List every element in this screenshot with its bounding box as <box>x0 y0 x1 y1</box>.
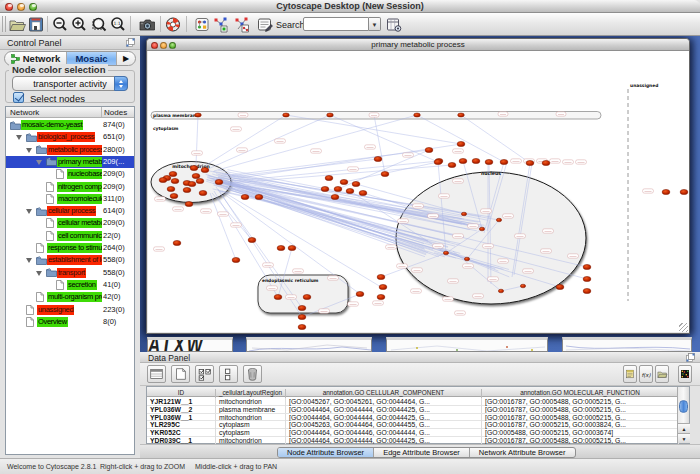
network-node[interactable] <box>188 181 196 186</box>
tree-expander-icon[interactable] <box>26 258 32 263</box>
import-attributes-icon[interactable] <box>655 365 669 383</box>
network-node[interactable] <box>381 171 389 176</box>
network-edge[interactable] <box>203 115 286 167</box>
network-node[interactable] <box>298 314 306 319</box>
table-row[interactable]: YPL036W__1mitochondrion[GO:0044464, GO:0… <box>147 414 677 422</box>
tree-expander-icon[interactable] <box>36 160 42 165</box>
scroll-up-button[interactable]: ▲ <box>678 423 690 433</box>
float-panel-icon[interactable] <box>126 38 135 47</box>
tree-row[interactable]: metabolic process280(0) <box>6 144 134 156</box>
tabs-overflow-button[interactable]: ▶ <box>117 52 135 65</box>
network-node[interactable] <box>457 141 465 146</box>
network-node[interactable] <box>414 113 421 117</box>
new-attribute-icon[interactable] <box>171 365 190 383</box>
network-node[interactable] <box>277 245 285 250</box>
network-node[interactable] <box>173 240 181 245</box>
zoom-in-icon[interactable] <box>70 16 88 33</box>
network-node[interactable] <box>298 324 306 329</box>
toolbar-drag-handle[interactable] <box>2 16 6 32</box>
network-edge[interactable] <box>196 115 198 165</box>
background-window[interactable] <box>386 337 548 352</box>
open-folder-icon[interactable] <box>8 16 26 33</box>
network-node[interactable] <box>479 227 484 231</box>
table-column-header[interactable]: ID <box>147 389 216 398</box>
network-node[interactable] <box>680 189 688 194</box>
network-node[interactable] <box>196 178 204 183</box>
tree-expander-icon[interactable] <box>26 209 32 214</box>
network-node[interactable] <box>374 156 382 161</box>
table-scrollbar[interactable]: ▲ ▼ <box>677 387 689 443</box>
tree-expander-icon[interactable] <box>16 135 22 140</box>
network-node[interactable] <box>472 158 480 163</box>
tree-row[interactable]: primary metabo209(... <box>6 156 134 168</box>
network-node[interactable] <box>169 171 177 176</box>
network-node[interactable] <box>325 175 333 180</box>
network-node[interactable] <box>352 181 360 186</box>
vizmapper-icon[interactable] <box>193 16 211 33</box>
network-node[interactable] <box>542 160 550 165</box>
network-node[interactable] <box>443 251 448 255</box>
tree-row[interactable]: establishment of lo558(0) <box>6 254 134 266</box>
network-node[interactable] <box>448 162 456 167</box>
tree-row[interactable]: nitrogen compo209(0) <box>6 181 134 193</box>
tree-row[interactable]: biological_process651(0) <box>6 131 134 143</box>
network-node[interactable] <box>662 189 670 194</box>
tab-network-attribute-browser[interactable]: Network Attribute Browser <box>470 448 575 457</box>
table-column-header[interactable]: annotation.GO CELLULAR_COMPONENT <box>286 389 482 398</box>
network-node[interactable] <box>461 212 466 216</box>
nucleus-compartment[interactable] <box>396 172 586 304</box>
network-new-icon[interactable] <box>212 16 230 33</box>
table-row[interactable]: YLR295Ccytoplasm[GO:0045263, GO:0044464,… <box>147 421 677 429</box>
network-node[interactable] <box>248 237 256 242</box>
matrix-view-icon[interactable] <box>678 365 692 383</box>
camera-icon[interactable] <box>138 16 156 33</box>
network-edge[interactable] <box>214 115 417 171</box>
annotation-icon[interactable] <box>256 16 274 33</box>
background-window[interactable] <box>246 337 372 352</box>
network-node[interactable] <box>321 186 329 191</box>
network-node[interactable] <box>288 245 296 250</box>
network-edge[interactable] <box>417 115 504 162</box>
network-node[interactable] <box>459 158 467 163</box>
tree-row[interactable]: nucleobase-209(0) <box>6 168 134 180</box>
attribute-select-icon[interactable] <box>147 365 166 383</box>
background-window[interactable] <box>562 337 692 352</box>
network-edge[interactable] <box>213 180 428 252</box>
table-row[interactable]: YPL036W__2plasma membrane[GO:0044464, GO… <box>147 406 677 414</box>
network-node[interactable] <box>498 289 503 293</box>
network-node[interactable] <box>241 194 249 199</box>
float-panel-icon[interactable] <box>686 353 695 362</box>
tree-row[interactable]: cellular process614(0) <box>6 205 134 217</box>
zoom-out-icon[interactable] <box>51 16 69 33</box>
tree-row[interactable]: cell communicat22(0) <box>6 230 134 242</box>
network-node[interactable] <box>485 159 493 164</box>
network-view-icon[interactable] <box>233 16 251 33</box>
network-node[interactable] <box>298 305 306 310</box>
zoom-fit-icon[interactable] <box>90 16 108 33</box>
tree-expander-icon[interactable] <box>26 148 32 153</box>
tree-row[interactable]: macromolecule311(0) <box>6 193 134 205</box>
function-builder-icon[interactable]: f(x) <box>639 365 653 383</box>
select-all-attrs-icon[interactable] <box>195 365 214 383</box>
network-node[interactable] <box>526 160 534 165</box>
lifesaver-icon[interactable] <box>164 16 182 33</box>
table-row[interactable]: YJR121W__1mitochondrion[GO:0045267, GO:0… <box>147 398 677 406</box>
scrollbar-thumb[interactable] <box>679 400 688 413</box>
table-column-header[interactable]: _cellularLayoutRegion <box>216 389 286 398</box>
table-column-header[interactable]: annotation.GO MOLECULAR_FUNCTION <box>482 389 679 398</box>
tab-edge-attribute-browser[interactable]: Edge Attribute Browser <box>374 448 470 457</box>
network-tree-header[interactable]: Network Nodes <box>6 107 134 118</box>
network-node[interactable] <box>520 284 525 288</box>
tree-row[interactable]: response to stimul264(0) <box>6 242 134 254</box>
save-icon[interactable] <box>27 16 45 33</box>
network-node[interactable] <box>192 173 200 178</box>
network-node[interactable] <box>334 186 342 191</box>
network-node[interactable] <box>215 179 223 184</box>
network-node[interactable] <box>327 113 334 117</box>
network-node[interactable] <box>377 294 385 299</box>
tree-row[interactable]: unassigned223(0) <box>6 304 134 316</box>
table-row[interactable]: YKR052Ccytoplasm[GO:0044464, GO:0044446,… <box>147 429 677 437</box>
network-node[interactable] <box>274 294 282 299</box>
network-node[interactable] <box>496 218 501 222</box>
attribute-table-header[interactable]: ID_cellularLayoutRegionannotation.GO CEL… <box>147 387 677 397</box>
